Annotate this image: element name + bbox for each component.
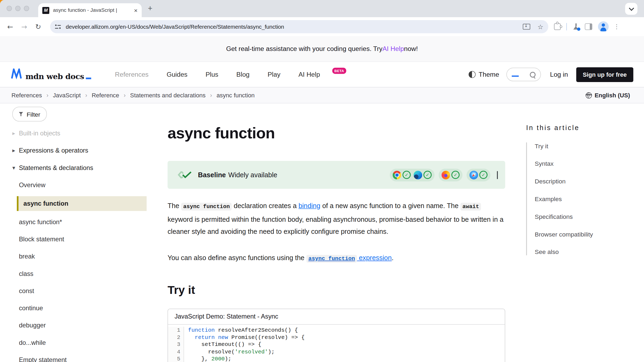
nav-references[interactable]: References — [115, 71, 148, 78]
doc-sidebar: Filter ▶ Built-in objects ▶ Expressions … — [12, 107, 147, 362]
tab-search-button[interactable] — [625, 3, 638, 15]
crumb-reference[interactable]: Reference — [92, 92, 119, 98]
sidebar-list: ▶ Built-in objects ▶ Expressions & opera… — [12, 125, 147, 362]
toc-link[interactable]: Examples — [535, 195, 637, 202]
browser-tab[interactable]: M async function - JavaScript | × — [38, 3, 142, 17]
baseline-expand-button[interactable] — [497, 171, 498, 179]
toc-link[interactable]: Browser compatibility — [535, 231, 637, 238]
mdn-favicon: M — [42, 7, 49, 14]
site-settings-icon[interactable] — [55, 24, 61, 29]
crumb-javascript[interactable]: JavaScript — [53, 92, 81, 98]
login-link[interactable]: Log in — [550, 71, 568, 78]
interactive-demo: JavaScript Demo: Statement - Async 1func… — [167, 309, 505, 362]
nav-plus[interactable]: Plus — [206, 71, 218, 78]
safari-icon — [469, 171, 478, 179]
sidebar-item[interactable]: continue — [12, 300, 147, 317]
maximize-window-icon[interactable] — [24, 6, 29, 11]
crumb-statements[interactable]: Statements and declarations — [130, 92, 206, 98]
reload-icon[interactable]: ↻ — [31, 23, 45, 31]
browser-menu-icon[interactable]: ⋮ — [614, 23, 620, 31]
safari-support-pill: ✓ — [467, 168, 491, 181]
screen: M async function - JavaScript | × + ← → … — [0, 0, 644, 362]
sidebar-item[interactable]: async function* — [12, 213, 147, 231]
install-app-icon[interactable] — [523, 24, 530, 29]
theme-button[interactable]: Theme — [469, 71, 499, 78]
sidebar-item[interactable]: ▼ Statements & declarations — [12, 159, 147, 176]
search-input[interactable] — [507, 68, 541, 82]
sidebar-item[interactable]: Block statement — [12, 231, 147, 248]
sidebar-item[interactable]: Empty statement — [12, 351, 147, 362]
beta-badge: BETA — [332, 68, 346, 74]
sidebar-item[interactable]: do...while — [12, 334, 147, 351]
code-line: 4 resolve('resolved'); — [168, 348, 505, 356]
code-line: 3 setTimeout(() => { — [168, 341, 505, 348]
toc-link[interactable]: Specifications — [535, 213, 637, 220]
breadcrumb: References› JavaScript› Reference› State… — [12, 92, 255, 98]
language-switcher[interactable]: English (US) — [586, 92, 630, 98]
ai-help-link[interactable]: AI Help — [382, 45, 404, 53]
mdn-m-icon — [11, 68, 22, 79]
sidebar-item[interactable]: debugger — [12, 317, 147, 334]
address-bar[interactable]: developer.allizom.org/en-US/docs/Web/Jav… — [50, 20, 548, 33]
close-window-icon[interactable] — [6, 6, 12, 11]
code-line: 2 return new Promise((resolve) => { — [168, 334, 505, 341]
toc-link[interactable]: Description — [535, 178, 637, 185]
window-controls — [6, 6, 29, 11]
toc-title: In this article — [526, 124, 637, 132]
breadcrumb-separator-icon: › — [210, 92, 212, 98]
toc-link[interactable]: See also — [535, 248, 637, 255]
breadcrumb-separator-icon: › — [124, 92, 126, 98]
sidebar-item[interactable]: ▶ Built-in objects — [12, 125, 147, 142]
mdn-wordmark: mdn web docs — [25, 72, 84, 81]
back-icon[interactable]: ← — [3, 23, 17, 31]
new-tab-icon[interactable]: + — [148, 3, 152, 14]
forward-icon[interactable]: → — [17, 23, 31, 31]
side-panel-icon[interactable] — [585, 23, 592, 30]
toolbar-extensions-area — [554, 21, 609, 32]
toc-list: Try it Syntax Description Examples Speci… — [526, 142, 637, 255]
text-caret — [512, 75, 519, 77]
profile-avatar[interactable] — [598, 21, 609, 32]
nav-guides[interactable]: Guides — [167, 71, 188, 78]
disclosure-arrow-icon: ▼ — [12, 166, 19, 170]
sidebar-item[interactable]: ▶ Expressions & operators — [12, 142, 147, 159]
browser-window: M async function - JavaScript | × + ← → … — [0, 0, 644, 362]
filter-button[interactable]: Filter — [12, 107, 47, 121]
code-line: 5 }, 2000); — [168, 356, 505, 362]
nav-ai-help[interactable]: AI HelpBETA — [298, 71, 334, 78]
minimize-window-icon[interactable] — [15, 6, 21, 11]
sidebar-item[interactable]: Overview — [12, 176, 147, 194]
chrome-support: ✓ — [393, 171, 411, 179]
toc-link[interactable]: Try it — [535, 142, 637, 149]
promo-text: Get real-time assistance with your codin… — [226, 45, 383, 53]
nav-blog[interactable]: Blog — [236, 71, 250, 78]
edge-icon — [414, 171, 422, 179]
close-tab-icon[interactable]: × — [134, 7, 137, 14]
signup-button[interactable]: Sign up for free — [576, 67, 633, 82]
page-title: async function — [167, 124, 505, 142]
main-nav: References Guides Plus Blog Play AI Help… — [115, 71, 334, 78]
experiments-flask-icon[interactable] — [573, 23, 579, 30]
url-text[interactable]: developer.allizom.org/en-US/docs/Web/Jav… — [66, 24, 523, 30]
sidebar-item[interactable]: async function — [17, 196, 147, 211]
breadcrumb-bar: References› JavaScript› Reference› State… — [0, 87, 644, 103]
async-function-expression-link[interactable]: async function expression — [306, 254, 392, 261]
tab-strip: M async function - JavaScript | × + — [0, 0, 644, 17]
header-actions: Theme Log in Sign up for free — [469, 67, 633, 82]
nav-play[interactable]: Play — [268, 71, 280, 78]
demo-code[interactable]: 1function resolveAfter2Seconds() {2 retu… — [168, 325, 505, 362]
baseline-status: BaselineWidely available — [198, 171, 277, 179]
safari-support: ✓ — [469, 171, 487, 179]
toc-link[interactable]: Syntax — [535, 160, 637, 167]
bookmark-star-icon[interactable]: ☆ — [537, 23, 543, 31]
sidebar-item[interactable]: class — [12, 265, 147, 282]
article: async function BaselineWidely available … — [167, 104, 505, 362]
sidebar-item[interactable]: break — [12, 248, 147, 265]
promo-text-after: now! — [404, 45, 418, 53]
binding-link[interactable]: binding — [298, 202, 320, 209]
crumb-references[interactable]: References — [12, 92, 42, 98]
chromium-support-pill: ✓ ✓ — [390, 168, 435, 181]
extensions-puzzle-icon[interactable] — [554, 23, 561, 30]
sidebar-item[interactable]: const — [12, 282, 147, 300]
mdn-logo[interactable]: mdn web docs — [11, 68, 91, 81]
